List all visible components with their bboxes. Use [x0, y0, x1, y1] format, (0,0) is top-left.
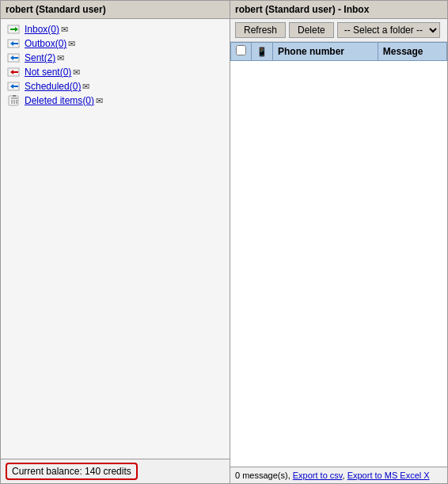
balance-box: Current balance: 140 credits [6, 463, 138, 480]
col-phone: Phone number [273, 43, 378, 61]
svg-marker-7 [10, 70, 18, 74]
deleted-icon [7, 95, 21, 106]
right-panel-title: robert (Standard user) - Inbox [235, 4, 369, 15]
col-icon: 📱 [252, 43, 273, 61]
panels: robert (Standard user) Inbox(0) ✉ [0, 0, 448, 484]
notsent-edit-icon: ✉ [73, 67, 80, 78]
svg-marker-1 [10, 27, 18, 32]
notsent-icon [7, 67, 21, 78]
right-panel: robert (Standard user) - Inbox Refresh D… [230, 0, 448, 484]
message-count: 0 message(s), [235, 471, 290, 480]
col-message: Message [378, 43, 446, 61]
scheduled-edit-icon: ✉ [82, 82, 89, 92]
table-area: 📱 Phone number Message [230, 42, 447, 467]
right-panel-footer: 0 message(s), Export to csv, Export to M… [230, 467, 447, 483]
inbox-edit-icon: ✉ [61, 25, 68, 35]
folder-item-sent[interactable]: Sent(2) ✉ [7, 52, 223, 63]
outbox-edit-icon: ✉ [68, 39, 75, 49]
sent-edit-icon: ✉ [57, 53, 64, 63]
inbox-link[interactable]: Inbox(0) [25, 24, 59, 35]
outbox-icon [7, 38, 21, 49]
deleted-edit-icon: ✉ [96, 96, 103, 106]
folder-item-inbox[interactable]: Inbox(0) ✉ [7, 24, 223, 35]
left-panel: robert (Standard user) Inbox(0) ✉ [0, 0, 230, 484]
inbox-icon [7, 24, 21, 35]
sent-icon [7, 52, 21, 63]
left-panel-title: robert (Standard user) [6, 4, 106, 15]
refresh-button[interactable]: Refresh [235, 22, 286, 38]
scheduled-icon [7, 81, 21, 92]
left-panel-header: robert (Standard user) [1, 1, 230, 19]
right-panel-header: robert (Standard user) - Inbox [230, 1, 447, 19]
delete-button[interactable]: Delete [289, 22, 334, 38]
col-checkbox [231, 43, 252, 61]
notsent-link[interactable]: Not sent(0) [25, 67, 71, 78]
outbox-link[interactable]: Outbox(0) [25, 38, 66, 49]
export-excel-link[interactable]: Export to MS Excel X [347, 471, 430, 480]
sms-header-icon: 📱 [256, 47, 268, 56]
folder-item-notsent[interactable]: Not sent(0) ✉ [7, 67, 223, 78]
scheduled-link[interactable]: Scheduled(0) [25, 81, 81, 92]
deleted-link[interactable]: Deleted items(0) [25, 95, 94, 106]
left-panel-footer: Current balance: 140 credits [1, 459, 230, 483]
messages-table: 📱 Phone number Message [230, 42, 447, 61]
folder-item-scheduled[interactable]: Scheduled(0) ✉ [7, 81, 223, 92]
select-all-checkbox[interactable] [236, 45, 246, 55]
left-panel-content: Inbox(0) ✉ Outbox(0) ✉ [1, 19, 230, 459]
svg-marker-3 [10, 41, 18, 46]
folder-select[interactable]: -- Select a folder -- [337, 22, 440, 38]
right-toolbar: Refresh Delete -- Select a folder -- [230, 19, 447, 42]
svg-marker-9 [10, 84, 18, 89]
export-csv-link[interactable]: Export to csv [293, 471, 343, 480]
folder-item-deleted[interactable]: Deleted items(0) ✉ [7, 95, 223, 106]
table-header-row: 📱 Phone number Message [231, 43, 447, 61]
main-container: robert (Standard user) Inbox(0) ✉ [0, 0, 448, 484]
svg-marker-5 [10, 55, 18, 60]
sent-link[interactable]: Sent(2) [25, 52, 55, 63]
folder-item-outbox[interactable]: Outbox(0) ✉ [7, 38, 223, 49]
